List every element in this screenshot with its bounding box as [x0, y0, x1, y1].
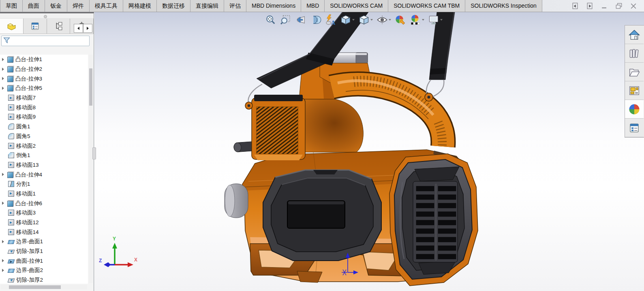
tree-item[interactable]: 移动面12	[0, 218, 88, 227]
model-motor-housing[interactable]	[299, 99, 363, 152]
expand-arrow-icon[interactable]	[2, 259, 6, 262]
previous-pane-button[interactable]	[570, 2, 580, 11]
expand-arrow-icon[interactable]	[2, 173, 6, 176]
model-drum[interactable]	[389, 154, 478, 286]
triad-z-label: Z	[99, 258, 102, 263]
dropdown-caret-icon[interactable]	[370, 19, 373, 21]
zoom-to-area-button[interactable]	[280, 14, 292, 26]
tree-item[interactable]: 移动面8	[0, 102, 88, 112]
tree-item[interactable]: 移动面3	[0, 208, 88, 218]
solidworks-window: 草图曲面钣金焊件模具工具网格建模数据迁移直接编辑评估MBD Dimensions…	[0, 0, 644, 291]
tree-item[interactable]: 移动面13	[0, 160, 88, 170]
boss-extrude-icon	[7, 201, 13, 207]
menu-tab[interactable]: SOLIDWORKS CAM	[325, 0, 388, 12]
tree-item[interactable]: 凸台-拉伸1	[0, 55, 88, 64]
edit-appearance-button[interactable]	[394, 14, 407, 26]
tree-filter-input[interactable]	[1, 36, 90, 46]
menu-tab[interactable]: MBD Dimensions	[246, 0, 301, 12]
menu-tab[interactable]: 草图	[0, 0, 23, 12]
next-pane-button[interactable]	[585, 2, 595, 11]
expand-arrow-icon[interactable]	[2, 58, 6, 61]
panel-splitter-grip[interactable]	[0, 13, 94, 19]
tree-item[interactable]: 移动面9	[0, 112, 88, 122]
display-style-button[interactable]	[358, 14, 373, 26]
tree-item[interactable]: 切除-加厚2	[0, 275, 88, 284]
tree-item[interactable]: 凸台-拉伸3	[0, 74, 88, 83]
tree-horizontal-scrollbar[interactable]	[1, 285, 87, 289]
panel-viewport-splitter[interactable]	[92, 147, 96, 159]
expand-arrow-icon[interactable]	[2, 68, 6, 71]
menu-tab[interactable]: 数据迁移	[157, 0, 190, 12]
expand-arrow-icon[interactable]	[2, 240, 6, 243]
graphics-viewport[interactable]: A Y X Z	[94, 12, 644, 291]
tree-item[interactable]: 倒角1	[0, 151, 88, 160]
taskpane-design-library-button[interactable]	[625, 44, 644, 63]
expand-arrow-icon[interactable]	[2, 269, 6, 272]
model-outlet-boss[interactable]	[225, 184, 248, 218]
tree-item[interactable]: 凸台-拉伸4	[0, 170, 88, 179]
menu-tab[interactable]: 钣金	[45, 0, 67, 12]
tree-vertical-scrollbar[interactable]	[89, 55, 93, 283]
dropdown-caret-icon[interactable]	[440, 19, 443, 21]
tree-item-label: 凸台-拉伸4	[15, 171, 42, 178]
scroll-tabs-right-button[interactable]	[83, 24, 92, 33]
dynamic-annotation-views-button[interactable]: A	[325, 14, 337, 26]
previous-view-button[interactable]	[295, 14, 307, 26]
dropdown-caret-icon[interactable]	[389, 19, 391, 21]
tree-item[interactable]: 边界-曲面1	[0, 237, 88, 246]
scrollbar-thumb[interactable]	[89, 68, 92, 106]
tree-item[interactable]: 凸台-拉伸2	[0, 64, 88, 74]
view-orientation-button[interactable]	[340, 14, 355, 26]
hide-show-items-button[interactable]	[376, 14, 392, 26]
view-settings-button[interactable]	[428, 14, 443, 26]
boss-extrude-icon	[7, 85, 13, 91]
apply-scene-button[interactable]	[409, 14, 425, 26]
tree-item[interactable]: 移动面14	[0, 227, 88, 237]
scroll-tabs-left-button[interactable]	[74, 24, 83, 33]
expand-arrow-icon[interactable]	[2, 87, 6, 90]
model-pressure-washer[interactable]	[94, 12, 644, 291]
menu-tab[interactable]: 直接编辑	[190, 0, 224, 12]
panel-tab-property-manager[interactable]	[24, 19, 47, 34]
menu-tab[interactable]: 焊件	[67, 0, 90, 12]
menu-tab[interactable]: 评估	[224, 0, 246, 12]
taskpane-file-explorer-button[interactable]	[625, 63, 644, 81]
taskpane-appearances-scenes-button[interactable]	[625, 100, 644, 119]
taskpane-home-button[interactable]	[625, 25, 644, 44]
taskpane-custom-properties-button[interactable]	[625, 119, 644, 137]
command-tab-bar: 草图曲面钣金焊件模具工具网格建模数据迁移直接编辑评估MBD Dimensions…	[0, 0, 644, 12]
zoom-to-fit-button[interactable]	[265, 14, 277, 26]
dropdown-caret-icon[interactable]	[422, 19, 424, 21]
menu-tab[interactable]: 网格建模	[123, 0, 157, 12]
scrollbar-thumb[interactable]	[9, 285, 61, 289]
tree-item[interactable]: 凸台-拉伸5	[0, 83, 88, 93]
menu-tab[interactable]: SOLIDWORKS Inspection	[465, 0, 542, 12]
tree-item[interactable]: 凸台-拉伸6	[0, 198, 88, 208]
expand-arrow-icon[interactable]	[2, 77, 6, 80]
tree-item[interactable]: 移动面7	[0, 93, 88, 103]
tree-item[interactable]: 边界-曲面2	[0, 266, 88, 275]
expand-arrow-icon[interactable]	[2, 202, 6, 205]
tree-item[interactable]: 切除-加厚1	[0, 246, 88, 256]
tree-item[interactable]: 圆角1	[0, 122, 88, 132]
close-button[interactable]	[629, 2, 638, 11]
restore-button[interactable]	[614, 2, 624, 11]
tree-item[interactable]: 移动面1	[0, 189, 88, 199]
minimize-button[interactable]	[599, 2, 609, 11]
tree-item[interactable]: 曲面-拉伸1	[0, 256, 88, 266]
panel-tab-configuration-manager[interactable]	[47, 19, 71, 34]
tree-item[interactable]: 圆角5	[0, 132, 88, 141]
taskpane-view-palette-button[interactable]	[625, 81, 644, 100]
menu-tab[interactable]: 曲面	[23, 0, 45, 12]
section-view-button[interactable]	[310, 14, 322, 26]
model-louver-vent[interactable]	[252, 95, 305, 160]
menu-tab[interactable]: MBD	[301, 0, 325, 12]
menu-tab[interactable]: 模具工具	[90, 0, 123, 12]
tree-item[interactable]: 移动面2	[0, 141, 88, 151]
tree-item[interactable]: 分割1	[0, 179, 88, 189]
dropdown-caret-icon[interactable]	[352, 19, 355, 21]
panel-tab-features-tree[interactable]	[0, 19, 24, 34]
model-front-panel[interactable]	[263, 170, 381, 261]
menu-tab[interactable]: SOLIDWORKS CAM TBM	[388, 0, 465, 12]
feature-manager-panel: 凸台-拉伸1凸台-拉伸2凸台-拉伸3凸台-拉伸5移动面7移动面8移动面9圆角1圆…	[0, 12, 94, 291]
